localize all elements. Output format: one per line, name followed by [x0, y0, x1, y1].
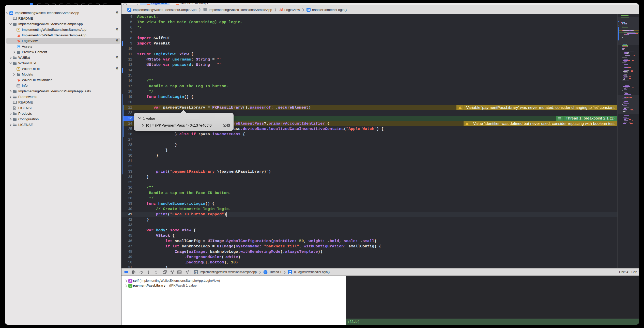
- svg-text:i: i: [228, 124, 229, 127]
- svg-text:M: M: [307, 8, 310, 11]
- svg-text:{ }: { }: [195, 271, 197, 274]
